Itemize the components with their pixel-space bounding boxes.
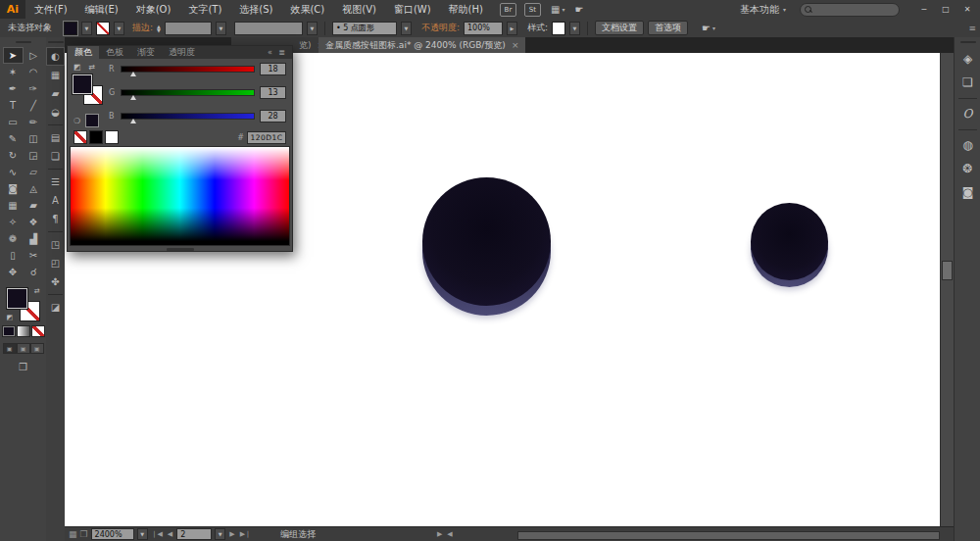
dock-symbol-libraries[interactable]: ◰	[46, 254, 65, 272]
selection-tool[interactable]: ➤	[3, 47, 24, 64]
previous-artboard-button[interactable]: ◀	[167, 530, 173, 538]
direct-selection-tool[interactable]: ▷	[24, 47, 44, 64]
dock-character[interactable]: A	[46, 191, 65, 210]
eraser-tool[interactable]: ◫	[24, 130, 44, 147]
panel-fill-stroke-proxy[interactable]	[73, 74, 104, 106]
line-segment-tool[interactable]: ╱	[24, 97, 44, 114]
style-swatch[interactable]	[552, 22, 565, 35]
left-dock-drag-handle[interactable]	[48, 41, 64, 43]
panel-pathfinder[interactable]: ❏	[955, 71, 980, 94]
draw-inside-button[interactable]: ▣	[30, 343, 44, 354]
menu-item[interactable]: 效果(C)	[281, 3, 333, 17]
zoom-level-field[interactable]: 2400%	[91, 528, 134, 540]
symbol-sprayer-tool[interactable]: ❁	[3, 230, 24, 247]
fill-color-swatch[interactable]	[64, 22, 77, 35]
document-setup-button[interactable]: 文档设置	[595, 21, 644, 35]
arrange-documents-button[interactable]: ▦ ▾	[551, 4, 564, 15]
active-color-swatch[interactable]	[85, 114, 99, 127]
stroke-dropdown-button[interactable]: ▼	[114, 22, 124, 35]
style-dropdown[interactable]: ▼	[569, 22, 580, 35]
dock-brush-libraries[interactable]: ◳	[46, 235, 65, 254]
stroke-weight-dropdown[interactable]: ▼	[216, 22, 226, 35]
rectangle-tool[interactable]: ▭	[3, 114, 24, 130]
perspective-grid-tool[interactable]: ◬	[24, 180, 44, 197]
brush-definition-dropdown[interactable]: ▼	[307, 22, 318, 35]
panel-tab[interactable]: 渐变	[130, 46, 162, 59]
menu-item[interactable]: 选择(S)	[230, 3, 281, 17]
shape-builder-tool[interactable]: ◙	[3, 180, 24, 197]
small-knob-shape[interactable]	[751, 203, 828, 280]
panel-appearance[interactable]: O	[955, 102, 980, 125]
dock-color[interactable]: ◐	[46, 47, 65, 66]
hand-tool[interactable]: ✥	[3, 264, 24, 280]
controlbar-collapse-icon[interactable]: ≡	[968, 24, 980, 33]
pencil-tool[interactable]: ✎	[3, 130, 24, 147]
panel-menu-icon[interactable]: ≣	[278, 46, 290, 59]
variable-width-profile-field[interactable]: • 5 点圆形	[332, 22, 397, 35]
panel-resize-handle[interactable]	[167, 248, 194, 251]
artboard-tool[interactable]: ▯	[3, 247, 24, 264]
green-slider-thumb[interactable]	[130, 95, 136, 100]
blue-slider[interactable]	[121, 113, 255, 120]
blend-tool[interactable]: ❖	[24, 214, 44, 230]
panel-brushes[interactable]: ◍	[955, 133, 980, 157]
draw-behind-button[interactable]: ▣	[17, 343, 30, 354]
gradient-tool[interactable]: ▰	[24, 197, 44, 214]
horizontal-scrollbar-thumb[interactable]	[517, 531, 940, 540]
menu-item[interactable]: 对象(O)	[127, 3, 180, 17]
paintbrush-tool[interactable]: ✏	[24, 114, 44, 130]
black-swatch[interactable]	[89, 130, 103, 144]
blue-value-field[interactable]: 28	[260, 110, 286, 123]
menu-item[interactable]: 文字(T)	[179, 3, 230, 17]
color-button[interactable]	[2, 325, 16, 337]
minimize-button[interactable]: ─	[913, 2, 935, 17]
dock-swatches[interactable]: ▦	[46, 66, 65, 84]
panel-layers[interactable]: ◈	[955, 47, 980, 71]
vertical-scrollbar[interactable]	[940, 53, 954, 527]
artboard-number-field[interactable]: 2	[176, 528, 212, 540]
opacity-dropdown[interactable]: ▶	[507, 22, 517, 35]
workspace-switcher[interactable]: 基本功能 ▾	[740, 3, 786, 17]
fill-dropdown-button[interactable]: ▼	[81, 22, 92, 35]
bridge-button[interactable]: Br	[500, 3, 516, 17]
scroll-right-arrow-icon[interactable]: ▶	[436, 530, 443, 538]
blue-slider-thumb[interactable]	[130, 119, 136, 123]
variable-width-profile-dropdown[interactable]: ▼	[401, 22, 412, 35]
color-spectrum[interactable]	[70, 146, 290, 246]
zoom-level-dropdown[interactable]: ▼	[137, 528, 148, 540]
brush-definition-field[interactable]	[234, 22, 303, 35]
toolbar-drag-handle[interactable]	[16, 41, 31, 43]
type-tool[interactable]: T	[3, 97, 24, 114]
artboard-dropdown[interactable]: ▼	[215, 528, 225, 540]
eyedropper-tool[interactable]: ✧	[3, 214, 24, 230]
free-transform-tool[interactable]: ▱	[24, 164, 44, 180]
mesh-tool[interactable]: ▦	[3, 197, 24, 214]
gradient-button[interactable]	[17, 325, 30, 337]
panel-fill-swatch[interactable]	[73, 74, 92, 94]
grid-toggle-icon[interactable]: ▦	[69, 529, 77, 539]
dock-layers[interactable]: ❏	[46, 147, 65, 166]
last-artboard-button[interactable]: ▶❘	[239, 530, 252, 538]
panel-tab[interactable]: 色板	[99, 46, 130, 59]
zoom-tool[interactable]: ☌	[24, 264, 44, 280]
fill-stroke-proxy[interactable]: ⇄ ◩	[7, 288, 40, 321]
dock-paragraph[interactable]: ¶	[46, 210, 65, 228]
right-dock-drag-handle[interactable]	[960, 41, 976, 43]
close-button[interactable]: ✕	[956, 2, 978, 17]
document-tab-active[interactable]: 金属质感按钮图标.ai* @ 2400% (RGB/预览) ×	[318, 37, 525, 53]
search-box[interactable]	[800, 3, 900, 17]
pen-tool[interactable]: ✒	[3, 80, 24, 97]
preferences-button[interactable]: 首选项	[648, 21, 688, 35]
magic-wand-tool[interactable]: ✶	[3, 64, 24, 80]
none-button[interactable]	[31, 325, 45, 337]
cursor-options-button[interactable]: ☛ ▾	[702, 23, 715, 33]
scale-tool[interactable]: ◲	[24, 147, 44, 164]
white-swatch[interactable]	[105, 130, 119, 144]
red-slider-thumb[interactable]	[130, 72, 136, 76]
panel-tab[interactable]: 颜色	[68, 46, 99, 59]
search-input[interactable]	[814, 4, 895, 15]
draw-normal-button[interactable]: ▣	[3, 343, 17, 354]
vertical-scrollbar-thumb[interactable]	[942, 261, 953, 280]
none-swatch[interactable]	[74, 130, 87, 144]
lasso-tool[interactable]: ◠	[24, 64, 44, 80]
